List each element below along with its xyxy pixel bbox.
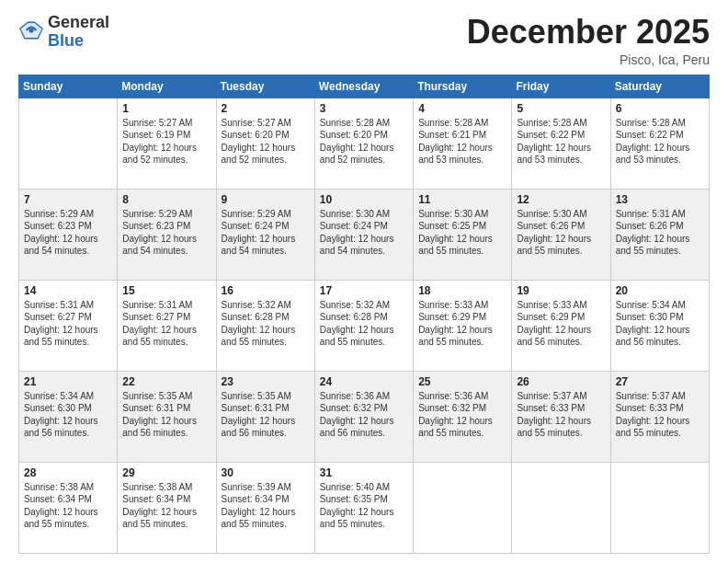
calendar-table: SundayMondayTuesdayWednesdayThursdayFrid… [18,75,710,554]
day-number: 3 [320,102,408,115]
calendar-day-cell: 19Sunrise: 5:33 AM Sunset: 6:29 PM Dayli… [512,280,610,371]
calendar-day-cell: 29Sunrise: 5:38 AM Sunset: 6:34 PM Dayli… [118,462,216,553]
day-number: 4 [418,102,506,115]
day-number: 28 [24,466,112,479]
calendar-day-header: Wednesday [314,75,413,98]
location: Pisco, Ica, Peru [467,52,710,67]
day-info: Sunrise: 5:27 AM Sunset: 6:20 PM Dayligh… [222,117,310,167]
day-number: 31 [320,466,408,479]
day-info: Sunrise: 5:27 AM Sunset: 6:19 PM Dayligh… [122,117,210,167]
day-number: 9 [222,193,310,206]
calendar-day-cell: 3Sunrise: 5:28 AM Sunset: 6:20 PM Daylig… [314,98,413,189]
logo-icon [18,17,44,43]
day-info: Sunrise: 5:31 AM Sunset: 6:27 PM Dayligh… [24,299,112,349]
day-number: 13 [616,193,704,206]
calendar-week-row: 1Sunrise: 5:27 AM Sunset: 6:19 PM Daylig… [19,98,710,189]
month-title: December 2025 [467,14,710,51]
calendar-week-row: 7Sunrise: 5:29 AM Sunset: 6:23 PM Daylig… [19,189,710,280]
page: General Blue December 2025 Pisco, Ica, P… [0,0,728,563]
day-number: 5 [517,102,605,115]
day-info: Sunrise: 5:29 AM Sunset: 6:23 PM Dayligh… [122,208,210,258]
day-info: Sunrise: 5:37 AM Sunset: 6:33 PM Dayligh… [616,390,704,440]
calendar-day-cell: 14Sunrise: 5:31 AM Sunset: 6:27 PM Dayli… [19,280,118,371]
day-number: 17 [320,284,408,297]
calendar-day-cell: 20Sunrise: 5:34 AM Sunset: 6:30 PM Dayli… [610,280,709,371]
calendar-day-cell: 25Sunrise: 5:36 AM Sunset: 6:32 PM Dayli… [414,371,512,462]
day-number: 22 [122,375,210,388]
day-info: Sunrise: 5:28 AM Sunset: 6:21 PM Dayligh… [418,117,506,167]
day-info: Sunrise: 5:35 AM Sunset: 6:31 PM Dayligh… [122,390,210,440]
calendar-week-row: 21Sunrise: 5:34 AM Sunset: 6:30 PM Dayli… [19,371,710,462]
day-info: Sunrise: 5:40 AM Sunset: 6:35 PM Dayligh… [320,481,408,531]
day-info: Sunrise: 5:36 AM Sunset: 6:32 PM Dayligh… [418,390,506,440]
calendar-day-cell [610,462,709,553]
day-info: Sunrise: 5:34 AM Sunset: 6:30 PM Dayligh… [616,299,704,349]
day-info: Sunrise: 5:33 AM Sunset: 6:29 PM Dayligh… [418,299,506,349]
calendar-day-cell: 26Sunrise: 5:37 AM Sunset: 6:33 PM Dayli… [512,371,610,462]
day-number: 7 [24,193,112,206]
day-number: 21 [24,375,112,388]
logo-blue-text: Blue [48,32,109,51]
calendar-day-cell [512,462,610,553]
day-number: 16 [222,284,310,297]
calendar-day-header: Thursday [414,75,512,98]
calendar-day-header: Saturday [610,75,709,98]
day-info: Sunrise: 5:38 AM Sunset: 6:34 PM Dayligh… [122,481,210,531]
calendar-day-cell: 23Sunrise: 5:35 AM Sunset: 6:31 PM Dayli… [216,371,314,462]
calendar-day-cell: 22Sunrise: 5:35 AM Sunset: 6:31 PM Dayli… [118,371,216,462]
day-number: 20 [616,284,704,297]
calendar-day-cell [414,462,512,553]
header: General Blue December 2025 Pisco, Ica, P… [18,14,710,67]
day-number: 29 [122,466,210,479]
day-info: Sunrise: 5:31 AM Sunset: 6:27 PM Dayligh… [122,299,210,349]
day-number: 1 [122,102,210,115]
day-info: Sunrise: 5:34 AM Sunset: 6:30 PM Dayligh… [24,390,112,440]
calendar-day-cell: 24Sunrise: 5:36 AM Sunset: 6:32 PM Dayli… [314,371,413,462]
calendar-day-header: Sunday [19,75,118,98]
calendar-day-cell: 28Sunrise: 5:38 AM Sunset: 6:34 PM Dayli… [19,462,118,553]
day-number: 11 [418,193,506,206]
calendar-day-cell: 27Sunrise: 5:37 AM Sunset: 6:33 PM Dayli… [610,371,709,462]
day-info: Sunrise: 5:36 AM Sunset: 6:32 PM Dayligh… [320,390,408,440]
calendar-day-cell: 31Sunrise: 5:40 AM Sunset: 6:35 PM Dayli… [314,462,413,553]
calendar-day-cell: 12Sunrise: 5:30 AM Sunset: 6:26 PM Dayli… [512,189,610,280]
calendar-day-header: Monday [118,75,216,98]
day-number: 30 [222,466,310,479]
calendar-day-cell: 7Sunrise: 5:29 AM Sunset: 6:23 PM Daylig… [19,189,118,280]
day-number: 23 [222,375,310,388]
day-number: 26 [517,375,605,388]
calendar-day-cell [19,98,118,189]
calendar-day-cell: 13Sunrise: 5:31 AM Sunset: 6:26 PM Dayli… [610,189,709,280]
day-info: Sunrise: 5:28 AM Sunset: 6:22 PM Dayligh… [616,117,704,167]
logo-general-text: General [48,14,109,32]
day-info: Sunrise: 5:39 AM Sunset: 6:34 PM Dayligh… [222,481,310,531]
calendar-day-cell: 8Sunrise: 5:29 AM Sunset: 6:23 PM Daylig… [118,189,216,280]
logo: General Blue [18,14,109,51]
day-info: Sunrise: 5:28 AM Sunset: 6:22 PM Dayligh… [517,117,605,167]
day-info: Sunrise: 5:37 AM Sunset: 6:33 PM Dayligh… [517,390,605,440]
calendar-day-cell: 6Sunrise: 5:28 AM Sunset: 6:22 PM Daylig… [610,98,709,189]
calendar-day-cell: 18Sunrise: 5:33 AM Sunset: 6:29 PM Dayli… [414,280,512,371]
day-info: Sunrise: 5:31 AM Sunset: 6:26 PM Dayligh… [616,208,704,258]
calendar-day-cell: 17Sunrise: 5:32 AM Sunset: 6:28 PM Dayli… [314,280,413,371]
calendar-day-header: Friday [512,75,610,98]
day-number: 25 [418,375,506,388]
day-info: Sunrise: 5:30 AM Sunset: 6:25 PM Dayligh… [418,208,506,258]
day-number: 15 [122,284,210,297]
calendar-day-header: Tuesday [216,75,314,98]
calendar-day-cell: 5Sunrise: 5:28 AM Sunset: 6:22 PM Daylig… [512,98,610,189]
day-number: 6 [616,102,704,115]
day-number: 18 [418,284,506,297]
day-info: Sunrise: 5:33 AM Sunset: 6:29 PM Dayligh… [517,299,605,349]
day-info: Sunrise: 5:29 AM Sunset: 6:23 PM Dayligh… [24,208,112,258]
calendar-day-cell: 1Sunrise: 5:27 AM Sunset: 6:19 PM Daylig… [118,98,216,189]
day-info: Sunrise: 5:30 AM Sunset: 6:24 PM Dayligh… [320,208,408,258]
calendar-day-cell: 4Sunrise: 5:28 AM Sunset: 6:21 PM Daylig… [414,98,512,189]
day-number: 24 [320,375,408,388]
calendar-day-cell: 11Sunrise: 5:30 AM Sunset: 6:25 PM Dayli… [414,189,512,280]
day-number: 14 [24,284,112,297]
day-info: Sunrise: 5:32 AM Sunset: 6:28 PM Dayligh… [222,299,310,349]
calendar-header-row: SundayMondayTuesdayWednesdayThursdayFrid… [19,75,710,98]
calendar-week-row: 28Sunrise: 5:38 AM Sunset: 6:34 PM Dayli… [19,462,710,553]
day-number: 10 [320,193,408,206]
